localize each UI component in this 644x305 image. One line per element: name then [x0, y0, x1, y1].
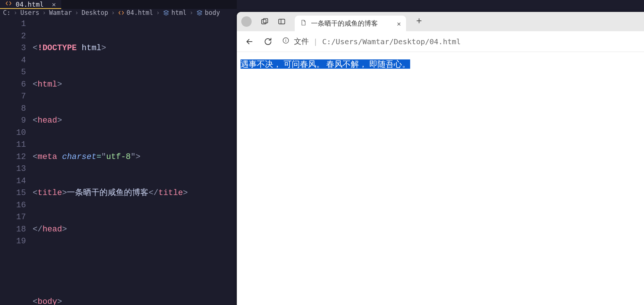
chevron-right-icon: ›	[40, 9, 48, 16]
svg-rect-1	[263, 19, 268, 23]
html-file-icon	[5, 0, 12, 8]
breadcrumb-item[interactable]: Users	[20, 9, 39, 16]
editor-tab-bar: 04.html ✕	[0, 0, 237, 9]
page-icon	[300, 19, 307, 27]
line-number-gutter: 12345678910111213141516171819	[0, 16, 33, 305]
browser-nav-bar: 文件 | C:/Users/Wamtar/Desktop/04.html	[237, 31, 644, 52]
new-tab-button[interactable]	[415, 17, 423, 26]
breadcrumb-item[interactable]: body	[196, 9, 220, 16]
back-button[interactable]	[245, 37, 254, 46]
svg-rect-0	[262, 20, 266, 24]
avatar[interactable]	[241, 16, 252, 27]
address-scheme-label: 文件	[294, 36, 309, 46]
editor-tab-active[interactable]: 04.html ✕	[0, 0, 61, 9]
browser-tab-strip: 一条晒干的咸鱼的博客 ✕	[237, 12, 644, 31]
chevron-right-icon: ›	[154, 9, 162, 16]
close-icon[interactable]: ✕	[52, 0, 56, 8]
close-icon[interactable]: ✕	[397, 20, 401, 27]
browser-window: 一条晒干的咸鱼的博客 ✕ 文件 | C:/Users/Wamtar/Deskto…	[237, 12, 644, 305]
selected-text: 遇事不决， 可问春风。 春风不解， 即随吾心。	[241, 59, 410, 69]
chevron-right-icon: ›	[187, 9, 196, 16]
refresh-button[interactable]	[264, 37, 272, 46]
address-divider: |	[313, 37, 318, 46]
browser-viewport[interactable]: 遇事不决， 可问春风。 春风不解， 即随吾心。	[237, 52, 644, 305]
workspaces-icon[interactable]	[261, 17, 269, 26]
code-editor[interactable]: 12345678910111213141516171819 <!DOCTYPE …	[0, 16, 237, 305]
address-bar[interactable]: 文件 | C:/Users/Wamtar/Desktop/04.html	[282, 36, 636, 46]
info-icon[interactable]	[282, 37, 290, 46]
breadcrumb-item[interactable]: C:	[3, 9, 10, 16]
svg-point-8	[285, 39, 286, 40]
address-url: C:/Users/Wamtar/Desktop/04.html	[322, 37, 461, 46]
browser-tab-active[interactable]: 一条晒干的咸鱼的博客 ✕	[295, 16, 406, 31]
chevron-right-icon: ›	[73, 9, 81, 16]
editor-tab-filename: 04.html	[16, 0, 44, 8]
chevron-right-icon: ›	[11, 9, 19, 16]
breadcrumb-item[interactable]: html	[163, 9, 187, 16]
breadcrumb-item[interactable]: Wamtar	[49, 9, 72, 16]
code-content[interactable]: <!DOCTYPE html> <html> <head> <meta char…	[33, 16, 237, 305]
editor-tab-bar-empty[interactable]	[61, 0, 237, 9]
breadcrumb-item[interactable]: Desktop	[82, 9, 108, 16]
page-paragraph[interactable]: 遇事不决， 可问春风。 春风不解， 即随吾心。	[241, 59, 640, 70]
breadcrumb-item[interactable]: 04.html	[118, 9, 153, 16]
chevron-right-icon: ›	[109, 9, 117, 16]
browser-tab-title: 一条晒干的咸鱼的博客	[311, 19, 378, 28]
breadcrumb: C:› Users› Wamtar› Desktop› 04.html › ht…	[0, 9, 237, 16]
panel-icon[interactable]	[278, 17, 286, 26]
svg-rect-2	[279, 19, 285, 24]
editor-pane: 04.html ✕ C:› Users› Wamtar› Desktop› 04…	[0, 0, 237, 305]
